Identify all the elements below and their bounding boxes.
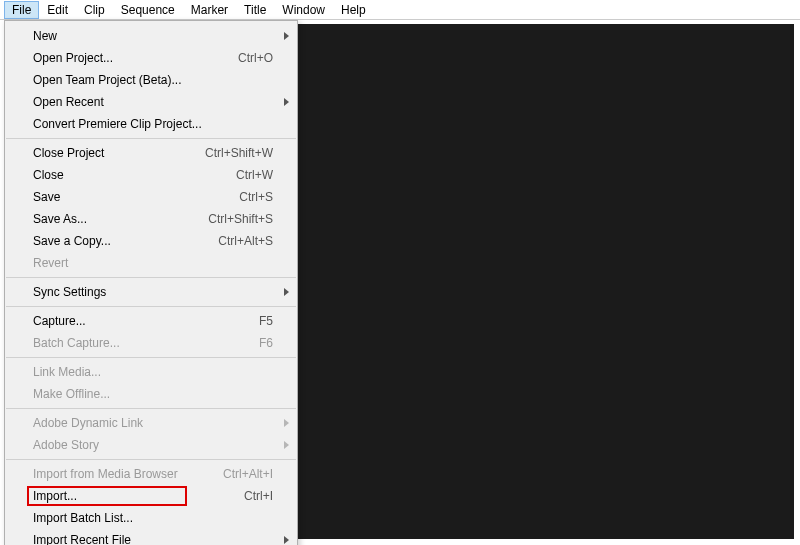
chevron-right-icon: [284, 441, 289, 449]
menubar-item-edit[interactable]: Edit: [39, 1, 76, 19]
menu-item-shortcut: Ctrl+Shift+W: [205, 146, 273, 160]
menu-item-close-project[interactable]: Close ProjectCtrl+Shift+W: [5, 142, 297, 164]
menu-item-shortcut: Ctrl+W: [236, 168, 273, 182]
menubar-item-file[interactable]: File: [4, 1, 39, 19]
menu-item-label: Open Project...: [33, 51, 113, 65]
menu-item-label: Import Batch List...: [33, 511, 133, 525]
menu-separator: [6, 408, 296, 409]
menu-item-batch-capture: Batch Capture...F6: [5, 332, 297, 354]
menu-separator: [6, 277, 296, 278]
editor-panel: [298, 24, 794, 539]
menu-item-label: Adobe Story: [33, 438, 99, 452]
menu-item-label: Open Team Project (Beta)...: [33, 73, 182, 87]
menu-item-label: Import Recent File: [33, 533, 131, 545]
menu-item-save-a-copy[interactable]: Save a Copy...Ctrl+Alt+S: [5, 230, 297, 252]
menubar-item-clip[interactable]: Clip: [76, 1, 113, 19]
menu-separator: [6, 459, 296, 460]
menu-separator: [6, 138, 296, 139]
menu-item-revert: Revert: [5, 252, 297, 274]
menu-item-adobe-dynamic-link: Adobe Dynamic Link: [5, 412, 297, 434]
menu-item-open-project[interactable]: Open Project...Ctrl+O: [5, 47, 297, 69]
menu-item-label: Convert Premiere Clip Project...: [33, 117, 202, 131]
menu-separator: [6, 306, 296, 307]
menubar-item-window[interactable]: Window: [274, 1, 333, 19]
menu-item-label: Close Project: [33, 146, 104, 160]
menu-item-label: Make Offline...: [33, 387, 110, 401]
menu-item-open-recent[interactable]: Open Recent: [5, 91, 297, 113]
menu-item-import-recent-file[interactable]: Import Recent File: [5, 529, 297, 545]
menu-item-import[interactable]: Import...Ctrl+I: [5, 485, 297, 507]
menu-item-label: Save: [33, 190, 60, 204]
chevron-right-icon: [284, 419, 289, 427]
menu-item-make-offline: Make Offline...: [5, 383, 297, 405]
menu-item-label: Save As...: [33, 212, 87, 226]
menu-item-shortcut: Ctrl+I: [244, 489, 273, 503]
menu-item-shortcut: Ctrl+Shift+S: [208, 212, 273, 226]
menu-item-label: Revert: [33, 256, 68, 270]
menu-item-import-from-media-browser: Import from Media BrowserCtrl+Alt+I: [5, 463, 297, 485]
menu-item-save[interactable]: SaveCtrl+S: [5, 186, 297, 208]
menu-item-convert-premiere-clip-project[interactable]: Convert Premiere Clip Project...: [5, 113, 297, 135]
menu-item-label: Open Recent: [33, 95, 104, 109]
menu-item-label: Import from Media Browser: [33, 467, 178, 481]
chevron-right-icon: [284, 32, 289, 40]
file-menu-dropdown: NewOpen Project...Ctrl+OOpen Team Projec…: [4, 20, 298, 545]
menu-item-label: Close: [33, 168, 64, 182]
menu-item-label: Batch Capture...: [33, 336, 120, 350]
menu-item-capture[interactable]: Capture...F5: [5, 310, 297, 332]
menu-item-open-team-project-beta[interactable]: Open Team Project (Beta)...: [5, 69, 297, 91]
menu-item-shortcut: F5: [259, 314, 273, 328]
menu-item-label: Capture...: [33, 314, 86, 328]
menu-item-close[interactable]: CloseCtrl+W: [5, 164, 297, 186]
menubar-item-title[interactable]: Title: [236, 1, 274, 19]
menu-item-shortcut: F6: [259, 336, 273, 350]
menubar-item-help[interactable]: Help: [333, 1, 374, 19]
menu-item-shortcut: Ctrl+Alt+I: [223, 467, 273, 481]
menubar-item-marker[interactable]: Marker: [183, 1, 236, 19]
menu-item-label: New: [33, 29, 57, 43]
menu-item-label: Link Media...: [33, 365, 101, 379]
menu-item-label: Save a Copy...: [33, 234, 111, 248]
menu-item-link-media: Link Media...: [5, 361, 297, 383]
menubar-item-sequence[interactable]: Sequence: [113, 1, 183, 19]
menu-item-label: Import...: [33, 489, 77, 503]
menu-item-label: Adobe Dynamic Link: [33, 416, 143, 430]
menu-separator: [6, 357, 296, 358]
menu-item-save-as[interactable]: Save As...Ctrl+Shift+S: [5, 208, 297, 230]
menu-item-import-batch-list[interactable]: Import Batch List...: [5, 507, 297, 529]
menu-item-new[interactable]: New: [5, 25, 297, 47]
menu-item-shortcut: Ctrl+O: [238, 51, 273, 65]
menu-item-shortcut: Ctrl+Alt+S: [218, 234, 273, 248]
menu-item-shortcut: Ctrl+S: [239, 190, 273, 204]
menu-item-sync-settings[interactable]: Sync Settings: [5, 281, 297, 303]
menubar: FileEditClipSequenceMarkerTitleWindowHel…: [0, 0, 800, 20]
chevron-right-icon: [284, 288, 289, 296]
chevron-right-icon: [284, 536, 289, 544]
menu-item-label: Sync Settings: [33, 285, 106, 299]
chevron-right-icon: [284, 98, 289, 106]
menu-item-adobe-story: Adobe Story: [5, 434, 297, 456]
